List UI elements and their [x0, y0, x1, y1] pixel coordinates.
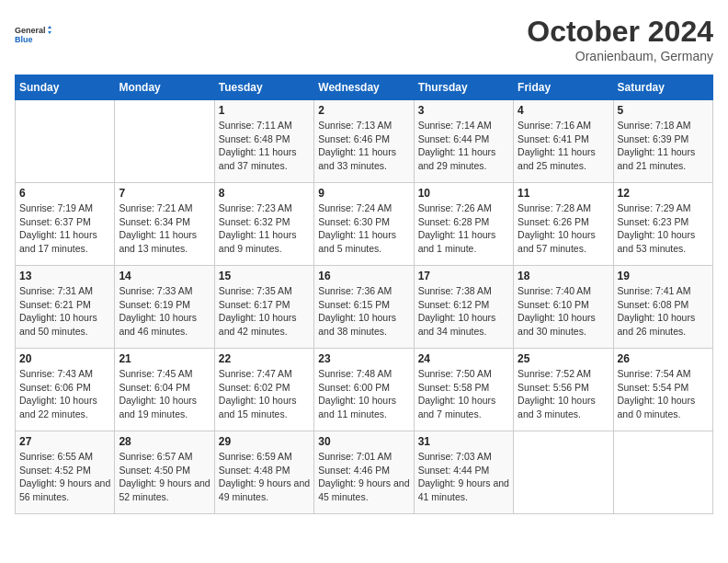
- header-sunday: Sunday: [16, 75, 115, 100]
- day-number: 1: [219, 104, 310, 117]
- day-info: Sunrise: 7:16 AM Sunset: 6:41 PM Dayligh…: [518, 119, 609, 173]
- table-cell: 31Sunrise: 7:03 AM Sunset: 4:44 PM Dayli…: [414, 431, 513, 514]
- day-info: Sunrise: 7:18 AM Sunset: 6:39 PM Dayligh…: [618, 119, 709, 173]
- day-number: 25: [518, 352, 609, 365]
- day-info: Sunrise: 7:48 AM Sunset: 6:00 PM Dayligh…: [318, 367, 409, 421]
- week-row-2: 6Sunrise: 7:19 AM Sunset: 6:37 PM Daylig…: [16, 183, 713, 266]
- day-info: Sunrise: 7:52 AM Sunset: 5:56 PM Dayligh…: [518, 367, 609, 421]
- day-number: 22: [219, 352, 310, 365]
- day-info: Sunrise: 6:55 AM Sunset: 4:52 PM Dayligh…: [19, 450, 110, 504]
- subtitle: Oranienbaum, Germany: [527, 49, 713, 63]
- day-info: Sunrise: 7:19 AM Sunset: 6:37 PM Dayligh…: [19, 201, 110, 256]
- day-number: 8: [219, 187, 310, 200]
- day-number: 23: [318, 352, 409, 365]
- table-cell: 18Sunrise: 7:40 AM Sunset: 6:10 PM Dayli…: [514, 266, 613, 349]
- day-number: 13: [19, 270, 110, 282]
- day-info: Sunrise: 7:01 AM Sunset: 4:46 PM Dayligh…: [318, 450, 409, 504]
- table-cell: 16Sunrise: 7:36 AM Sunset: 6:15 PM Dayli…: [314, 266, 414, 349]
- day-number: 5: [618, 104, 709, 117]
- day-number: 31: [418, 435, 509, 448]
- day-info: Sunrise: 7:41 AM Sunset: 6:08 PM Dayligh…: [618, 284, 709, 339]
- table-cell: 9Sunrise: 7:24 AM Sunset: 6:30 PM Daylig…: [314, 183, 414, 266]
- page-header: General Blue October 2024 Oranienbaum, G…: [15, 15, 713, 63]
- table-cell: 3Sunrise: 7:14 AM Sunset: 6:44 PM Daylig…: [414, 100, 513, 183]
- table-cell: 1Sunrise: 7:11 AM Sunset: 6:48 PM Daylig…: [214, 100, 313, 183]
- day-number: 30: [318, 435, 409, 448]
- week-row-3: 13Sunrise: 7:31 AM Sunset: 6:21 PM Dayli…: [16, 266, 713, 349]
- day-info: Sunrise: 7:11 AM Sunset: 6:48 PM Dayligh…: [219, 119, 310, 173]
- table-cell: 15Sunrise: 7:35 AM Sunset: 6:17 PM Dayli…: [214, 266, 313, 349]
- title-block: October 2024 Oranienbaum, Germany: [527, 15, 713, 63]
- day-number: 17: [418, 270, 509, 282]
- day-info: Sunrise: 7:33 AM Sunset: 6:19 PM Dayligh…: [119, 284, 210, 339]
- day-info: Sunrise: 7:13 AM Sunset: 6:46 PM Dayligh…: [318, 119, 409, 173]
- day-info: Sunrise: 7:29 AM Sunset: 6:23 PM Dayligh…: [618, 201, 709, 256]
- day-number: 28: [119, 435, 210, 448]
- day-info: Sunrise: 7:40 AM Sunset: 6:10 PM Dayligh…: [518, 284, 609, 339]
- day-number: 19: [618, 270, 709, 282]
- day-info: Sunrise: 7:14 AM Sunset: 6:44 PM Dayligh…: [418, 119, 509, 173]
- svg-marker-3: [48, 31, 51, 34]
- table-cell: 12Sunrise: 7:29 AM Sunset: 6:23 PM Dayli…: [613, 183, 712, 266]
- svg-marker-2: [48, 26, 51, 29]
- header-thursday: Thursday: [414, 75, 513, 100]
- logo-svg: General Blue: [15, 15, 51, 55]
- day-number: 29: [219, 435, 310, 448]
- table-cell: [514, 431, 613, 514]
- day-number: 15: [219, 270, 310, 282]
- calendar-table: SundayMondayTuesdayWednesdayThursdayFrid…: [15, 75, 713, 514]
- table-cell: 24Sunrise: 7:50 AM Sunset: 5:58 PM Dayli…: [414, 349, 513, 431]
- table-cell: 10Sunrise: 7:26 AM Sunset: 6:28 PM Dayli…: [414, 183, 513, 266]
- day-info: Sunrise: 7:36 AM Sunset: 6:15 PM Dayligh…: [318, 284, 409, 339]
- table-cell: 29Sunrise: 6:59 AM Sunset: 4:48 PM Dayli…: [214, 431, 313, 514]
- day-number: 21: [119, 352, 210, 365]
- day-info: Sunrise: 7:28 AM Sunset: 6:26 PM Dayligh…: [518, 201, 609, 256]
- day-number: 26: [618, 352, 709, 365]
- day-info: Sunrise: 7:03 AM Sunset: 4:44 PM Dayligh…: [418, 450, 509, 504]
- day-info: Sunrise: 7:47 AM Sunset: 6:02 PM Dayligh…: [219, 367, 310, 421]
- day-number: 27: [19, 435, 110, 448]
- table-cell: 6Sunrise: 7:19 AM Sunset: 6:37 PM Daylig…: [16, 183, 115, 266]
- logo: General Blue: [15, 15, 51, 55]
- table-cell: 19Sunrise: 7:41 AM Sunset: 6:08 PM Dayli…: [613, 266, 712, 349]
- day-number: 18: [518, 270, 609, 282]
- day-info: Sunrise: 7:43 AM Sunset: 6:06 PM Dayligh…: [19, 367, 110, 421]
- header-friday: Friday: [514, 75, 613, 100]
- table-cell: 2Sunrise: 7:13 AM Sunset: 6:46 PM Daylig…: [314, 100, 414, 183]
- day-info: Sunrise: 6:57 AM Sunset: 4:50 PM Dayligh…: [119, 450, 210, 504]
- day-number: 2: [318, 104, 409, 117]
- day-info: Sunrise: 7:50 AM Sunset: 5:58 PM Dayligh…: [418, 367, 509, 421]
- day-number: 7: [119, 187, 210, 200]
- table-cell: 26Sunrise: 7:54 AM Sunset: 5:54 PM Dayli…: [613, 349, 712, 431]
- day-number: 9: [318, 187, 409, 200]
- month-title: October 2024: [527, 15, 713, 49]
- header-tuesday: Tuesday: [214, 75, 313, 100]
- day-info: Sunrise: 7:31 AM Sunset: 6:21 PM Dayligh…: [19, 284, 110, 339]
- day-number: 12: [618, 187, 709, 200]
- table-cell: [613, 431, 712, 514]
- table-cell: 7Sunrise: 7:21 AM Sunset: 6:34 PM Daylig…: [115, 183, 214, 266]
- day-info: Sunrise: 7:35 AM Sunset: 6:17 PM Dayligh…: [219, 284, 310, 339]
- table-cell: 20Sunrise: 7:43 AM Sunset: 6:06 PM Dayli…: [16, 349, 115, 431]
- header-wednesday: Wednesday: [314, 75, 414, 100]
- day-info: Sunrise: 7:21 AM Sunset: 6:34 PM Dayligh…: [119, 201, 210, 256]
- table-cell: 17Sunrise: 7:38 AM Sunset: 6:12 PM Dayli…: [414, 266, 513, 349]
- table-cell: 8Sunrise: 7:23 AM Sunset: 6:32 PM Daylig…: [214, 183, 313, 266]
- day-info: Sunrise: 7:26 AM Sunset: 6:28 PM Dayligh…: [418, 201, 509, 256]
- table-cell: 21Sunrise: 7:45 AM Sunset: 6:04 PM Dayli…: [115, 349, 214, 431]
- day-info: Sunrise: 7:38 AM Sunset: 6:12 PM Dayligh…: [418, 284, 509, 339]
- day-info: Sunrise: 7:45 AM Sunset: 6:04 PM Dayligh…: [119, 367, 210, 421]
- day-number: 16: [318, 270, 409, 282]
- table-cell: 22Sunrise: 7:47 AM Sunset: 6:02 PM Dayli…: [214, 349, 313, 431]
- day-number: 14: [119, 270, 210, 282]
- table-cell: 28Sunrise: 6:57 AM Sunset: 4:50 PM Dayli…: [115, 431, 214, 514]
- table-cell: 14Sunrise: 7:33 AM Sunset: 6:19 PM Dayli…: [115, 266, 214, 349]
- day-number: 6: [19, 187, 110, 200]
- week-row-4: 20Sunrise: 7:43 AM Sunset: 6:06 PM Dayli…: [16, 349, 713, 431]
- table-cell: [115, 100, 214, 183]
- table-cell: [16, 100, 115, 183]
- day-number: 20: [19, 352, 110, 365]
- table-cell: 4Sunrise: 7:16 AM Sunset: 6:41 PM Daylig…: [514, 100, 613, 183]
- table-cell: 11Sunrise: 7:28 AM Sunset: 6:26 PM Dayli…: [514, 183, 613, 266]
- header-saturday: Saturday: [613, 75, 712, 100]
